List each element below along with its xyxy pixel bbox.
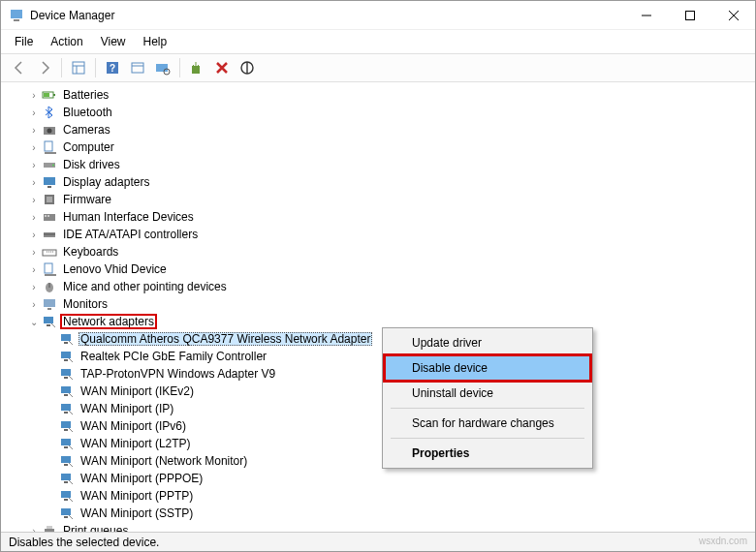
device-item[interactable]: Realtek PCIe GbE Family Controller (1, 348, 755, 365)
uninstall-button[interactable] (211, 57, 233, 78)
scan-hardware-button[interactable] (152, 57, 173, 78)
ctx-scan-hardware[interactable]: Scan for hardware changes (385, 411, 590, 436)
back-button[interactable] (9, 57, 30, 78)
help-button[interactable]: ? (102, 57, 123, 78)
network-adapter-icon (59, 331, 75, 347)
expand-arrow-icon[interactable]: › (26, 230, 42, 240)
hid-icon (42, 209, 57, 225)
category-cam[interactable]: ›Cameras (1, 121, 755, 138)
device-item[interactable]: TAP-ProtonVPN Windows Adapter V9 (1, 365, 755, 383)
menu-help[interactable]: Help (136, 32, 175, 51)
category-net[interactable]: ⌄Network adapters (1, 313, 755, 330)
tree-item-label: Firmware (61, 193, 113, 206)
expand-arrow-icon[interactable]: › (26, 177, 42, 188)
tree-item-label: Realtek PCIe GbE Family Controller (79, 350, 268, 363)
network-adapter-icon (59, 471, 75, 486)
category-kb[interactable]: ›Keyboards (1, 243, 755, 261)
tree-item-label: Computer (61, 140, 116, 154)
device-item[interactable]: WAN Miniport (IKEv2) (1, 383, 755, 400)
device-item[interactable]: WAN Miniport (L2TP) (1, 435, 755, 452)
category-mouse[interactable]: ›Mice and other pointing devices (1, 278, 755, 295)
network-adapter-icon (59, 436, 75, 451)
maximize-button[interactable] (668, 1, 711, 29)
expand-arrow-icon[interactable]: › (26, 247, 42, 258)
disable-button[interactable] (236, 57, 258, 78)
action-button[interactable] (127, 57, 148, 78)
mouse-icon (42, 279, 57, 294)
show-hide-tree-button[interactable] (68, 57, 89, 78)
expand-arrow-icon[interactable]: › (26, 299, 42, 310)
menu-bar: File Action View Help (1, 30, 755, 53)
ide-icon (42, 227, 57, 242)
forward-button[interactable] (34, 57, 55, 78)
svg-rect-58 (61, 439, 71, 445)
ctx-uninstall-device[interactable]: Uninstall device (385, 381, 590, 406)
separator (95, 58, 96, 77)
expand-arrow-icon[interactable]: › (26, 282, 42, 292)
category-disk[interactable]: ›Disk drives (1, 156, 755, 173)
expand-arrow-icon[interactable]: › (26, 264, 42, 275)
category-fw[interactable]: ›Firmware (1, 191, 755, 208)
svg-point-21 (47, 129, 52, 134)
device-item[interactable]: WAN Miniport (Network Monitor) (1, 452, 755, 470)
category-mon[interactable]: ›Monitors (1, 295, 755, 313)
svg-rect-59 (64, 446, 68, 448)
kb-icon (42, 244, 57, 260)
tree-item-label: Qualcomm Atheros QCA9377 Wireless Networ… (79, 332, 372, 346)
device-item[interactable]: WAN Miniport (IP) (1, 400, 755, 417)
disk-icon (42, 157, 57, 172)
device-tree[interactable]: ›Batteries›Bluetooth›Cameras›Computer›Di… (1, 82, 755, 536)
expand-arrow-icon[interactable]: › (26, 107, 42, 118)
tree-item-label: WAN Miniport (L2TP) (79, 437, 193, 450)
expand-arrow-icon[interactable]: › (26, 212, 42, 223)
device-item[interactable]: Qualcomm Atheros QCA9377 Wireless Networ… (1, 330, 755, 348)
mon-icon (42, 296, 57, 312)
svg-rect-67 (64, 516, 68, 518)
tree-item-label: Network adapters (61, 315, 156, 328)
net-icon (42, 314, 57, 329)
device-item[interactable]: WAN Miniport (SSTP) (1, 505, 755, 522)
close-button[interactable] (711, 1, 755, 29)
minimize-button[interactable] (624, 1, 668, 29)
device-item[interactable]: WAN Miniport (IPv6) (1, 417, 755, 435)
expand-arrow-icon[interactable]: › (26, 160, 42, 170)
category-ide[interactable]: ›IDE ATA/ATAPI controllers (1, 226, 755, 243)
svg-rect-61 (64, 464, 68, 466)
ctx-disable-device[interactable]: Disable device (385, 355, 590, 381)
category-disp[interactable]: ›Display adapters (1, 173, 755, 191)
tree-item-label: Monitors (61, 297, 110, 311)
svg-rect-47 (64, 342, 68, 344)
update-driver-button[interactable] (186, 57, 207, 78)
category-pc[interactable]: ›Computer (1, 138, 755, 156)
menu-action[interactable]: Action (43, 32, 90, 51)
svg-rect-64 (61, 491, 71, 498)
ctx-update-driver[interactable]: Update driver (385, 330, 590, 355)
pc-icon (42, 261, 57, 277)
category-pc[interactable]: ›Lenovo Vhid Device (1, 261, 755, 278)
cam-icon (42, 122, 57, 138)
menu-view[interactable]: View (93, 32, 134, 51)
menu-file[interactable]: File (7, 32, 41, 51)
tree-item-label: Cameras (61, 123, 112, 137)
network-adapter-icon (59, 488, 75, 504)
expand-arrow-icon[interactable]: › (26, 142, 42, 153)
svg-rect-39 (45, 274, 56, 276)
expand-arrow-icon[interactable]: ⌄ (26, 317, 42, 327)
svg-rect-19 (44, 93, 49, 97)
tree-item-label: Bluetooth (61, 106, 114, 119)
separator (391, 438, 584, 439)
device-item[interactable]: WAN Miniport (PPPOE) (1, 470, 755, 487)
expand-arrow-icon[interactable]: › (26, 90, 42, 101)
category-battery[interactable]: ›Batteries (1, 86, 755, 104)
device-item[interactable]: WAN Miniport (PPTP) (1, 487, 755, 505)
category-hid[interactable]: ›Human Interface Devices (1, 208, 755, 226)
tree-item-label: Disk drives (61, 158, 122, 171)
battery-icon (42, 87, 57, 103)
expand-arrow-icon[interactable]: › (26, 125, 42, 136)
category-bt[interactable]: ›Bluetooth (1, 104, 755, 121)
tree-item-label: WAN Miniport (Network Monitor) (79, 454, 249, 468)
svg-rect-60 (61, 456, 71, 463)
ctx-properties[interactable]: Properties (385, 441, 590, 466)
network-adapter-icon (59, 506, 75, 521)
expand-arrow-icon[interactable]: › (26, 195, 42, 205)
